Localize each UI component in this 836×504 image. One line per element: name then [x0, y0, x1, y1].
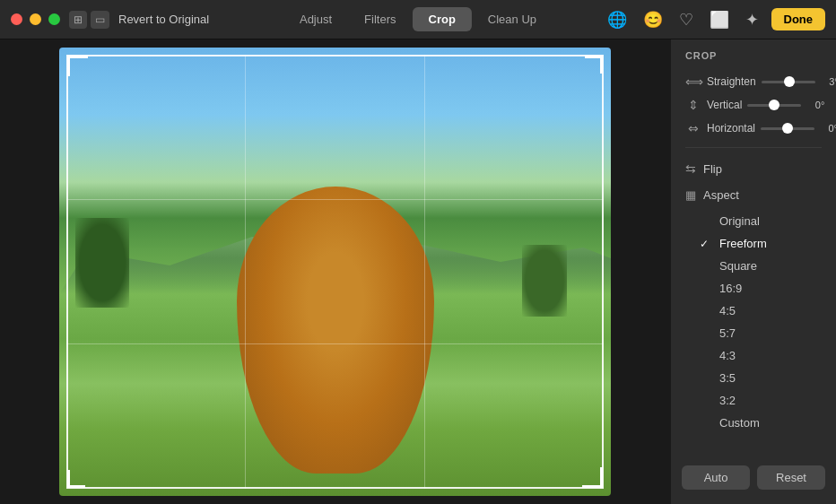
aspect-item-label-3-5: 3:5 — [719, 371, 736, 385]
check-16-9 — [700, 282, 712, 295]
tab-adjust[interactable]: Adjust — [283, 7, 348, 31]
check-square — [700, 260, 712, 273]
horizontal-label: Horizontal — [707, 122, 755, 135]
crop-section-title: CROP — [671, 50, 836, 70]
horizontal-slider[interactable] — [761, 127, 814, 130]
check-3-2 — [700, 395, 712, 407]
aspect-list: Original ✓ Freeform Square 16:9 4:5 5:7 — [671, 208, 836, 436]
close-button[interactable] — [11, 13, 22, 25]
aspect-row[interactable]: ▦ Aspect — [671, 182, 836, 208]
flip-label: Flip — [703, 162, 722, 176]
aspect-item-label-original: Original — [719, 214, 760, 228]
dog-body — [237, 187, 434, 474]
aspect-item-16-9[interactable]: 16:9 — [671, 277, 836, 300]
flip-row[interactable]: ⇆ Flip — [671, 155, 836, 182]
nav-tabs: Adjust Filters Crop Clean Up — [283, 7, 553, 31]
straighten-label: Straighten — [707, 75, 756, 88]
main-area: CROP ⟺ Straighten 3° ⇕ Vertical 0° ⇔ Hor… — [0, 39, 836, 504]
vertical-slider[interactable] — [747, 104, 801, 107]
maximize-button[interactable] — [48, 13, 60, 25]
tree-left — [75, 218, 129, 308]
view-grid-button[interactable]: ⊞ — [69, 11, 87, 29]
check-original — [700, 215, 712, 228]
check-4-5 — [700, 305, 712, 317]
flip-icon: ⇆ — [685, 161, 696, 176]
titlebar: ⊞ ▭ Revert to Original Adjust Filters Cr… — [0, 0, 836, 39]
photo-container — [59, 48, 611, 496]
straighten-value: 3° — [821, 76, 836, 87]
aspect-item-original[interactable]: Original — [671, 210, 836, 232]
straighten-row: ⟺ Straighten 3° — [671, 70, 836, 93]
tab-filters[interactable]: Filters — [348, 7, 412, 31]
aspect-label: Aspect — [703, 188, 739, 202]
dog-photo — [59, 48, 611, 496]
horizontal-value: 0° — [820, 123, 836, 134]
sidebar-footer: Auto Reset — [671, 456, 836, 493]
check-4-3 — [700, 350, 712, 362]
aspect-item-4-5[interactable]: 4:5 — [671, 300, 836, 322]
window-controls — [11, 13, 60, 25]
share-icon[interactable]: 🌐 — [604, 8, 631, 31]
divider-1 — [685, 147, 822, 148]
tree-right — [522, 245, 567, 317]
check-freeform: ✓ — [700, 238, 712, 250]
toolbar-right: 🌐 😊 ♡ ⬜ ✦ Done — [604, 8, 826, 31]
aspect-item-label-3-2: 3:2 — [719, 394, 736, 407]
auto-button[interactable]: Auto — [682, 465, 750, 490]
aspect-item-label-16-9: 16:9 — [719, 282, 742, 295]
tab-cleanup[interactable]: Clean Up — [472, 7, 553, 31]
vertical-icon: ⇕ — [685, 98, 701, 112]
check-3-5 — [700, 372, 712, 385]
emoji-icon[interactable]: 😊 — [640, 8, 666, 31]
aspect-item-label-freeform: Freeform — [719, 237, 767, 250]
aspect-item-custom[interactable]: Custom — [671, 412, 836, 434]
horizontal-icon: ⇔ — [685, 121, 701, 135]
aspect-item-label-4-3: 4:3 — [719, 349, 736, 362]
straighten-slider[interactable] — [762, 81, 815, 83]
crop-tool-icon[interactable]: ⬜ — [706, 8, 733, 31]
done-button[interactable]: Done — [771, 8, 826, 30]
view-controls: ⊞ ▭ — [69, 11, 109, 29]
view-single-button[interactable]: ▭ — [91, 11, 109, 29]
aspect-item-square[interactable]: Square — [671, 255, 836, 277]
aspect-item-3-2[interactable]: 3:2 — [671, 389, 836, 412]
dog-fur — [237, 187, 434, 474]
vertical-row: ⇕ Vertical 0° — [671, 93, 836, 117]
aspect-icon: ▦ — [685, 188, 696, 202]
aspect-item-4-3[interactable]: 4:3 — [671, 344, 836, 367]
aspect-item-label-square: Square — [719, 259, 757, 273]
aspect-item-freeform[interactable]: ✓ Freeform — [671, 232, 836, 255]
check-custom — [700, 417, 712, 430]
photo-area — [0, 39, 670, 504]
tab-crop[interactable]: Crop — [412, 7, 471, 31]
straighten-icon: ⟺ — [685, 74, 701, 89]
aspect-item-label-custom: Custom — [719, 416, 760, 430]
minimize-button[interactable] — [30, 13, 41, 25]
crop-sidebar: CROP ⟺ Straighten 3° ⇕ Vertical 0° ⇔ Hor… — [670, 39, 836, 504]
aspect-item-5-7[interactable]: 5:7 — [671, 322, 836, 344]
settings-icon[interactable]: ✦ — [742, 8, 762, 31]
aspect-item-3-5[interactable]: 3:5 — [671, 367, 836, 389]
photo-background — [59, 48, 611, 496]
aspect-item-label-5-7: 5:7 — [719, 326, 736, 340]
reset-button[interactable]: Reset — [757, 465, 825, 490]
revert-button[interactable]: Revert to Original — [118, 13, 209, 26]
favorite-icon[interactable]: ♡ — [675, 8, 697, 31]
aspect-item-label-4-5: 4:5 — [719, 304, 736, 317]
vertical-value: 0° — [806, 100, 824, 110]
vertical-label: Vertical — [707, 99, 742, 111]
check-5-7 — [700, 327, 712, 340]
horizontal-row: ⇔ Horizontal 0° — [671, 117, 836, 140]
